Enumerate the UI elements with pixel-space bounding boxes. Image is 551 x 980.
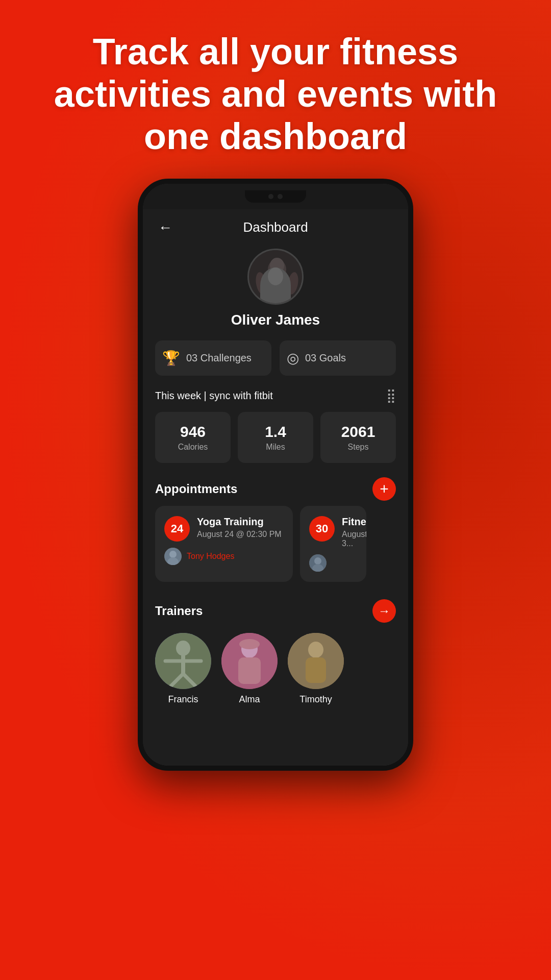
goals-icon: ◎: [287, 350, 299, 366]
svg-point-8: [169, 551, 177, 558]
francis-avatar-svg: [155, 633, 211, 689]
goals-label: 03 Goals: [305, 352, 346, 364]
appointment-info-1: Yoga Training August 24 @ 02:30 PM: [197, 516, 284, 539]
trainer-name-link-1[interactable]: Tony Hodges: [187, 552, 234, 561]
trainer-card-timothy[interactable]: Timothy: [288, 633, 344, 705]
stats-row: 🏆 03 Challenges ◎ 03 Goals: [143, 333, 408, 383]
phone-shell: ← Dashboard: [138, 179, 413, 771]
week-section: This week | sync with fitbit ⣿: [143, 383, 408, 407]
trainers-section-header: Trainers →: [143, 590, 408, 628]
trainer-avatar-bg-francis: [155, 633, 211, 689]
appointment-date-badge-2: 30: [309, 516, 335, 542]
svg-rect-28: [288, 633, 344, 689]
trophy-icon: 🏆: [162, 350, 180, 366]
appointment-trainer-1: Tony Hodges: [164, 548, 284, 565]
metrics-row: 946 Calories 1.4 Miles 2061 Steps: [143, 407, 408, 468]
miles-card: 1.4 Miles: [238, 412, 313, 463]
add-appointment-button[interactable]: +: [372, 477, 396, 501]
svg-point-11: [314, 557, 321, 565]
profile-name: Oliver James: [231, 312, 320, 328]
camera-dot: [268, 194, 273, 199]
trainer-avatar-svg-2: [309, 554, 327, 572]
appointment-time-2: August 3...: [342, 530, 366, 548]
hero-title: Track all your fitness activities and ev…: [31, 31, 520, 157]
avatar-image: [249, 250, 302, 303]
trainer-mini-avatar-2: [309, 554, 327, 572]
svg-rect-19: [155, 633, 211, 689]
calories-value: 946: [180, 423, 206, 440]
trainers-scroll: Francis: [143, 628, 408, 710]
trainer-avatar-bg-alma: [221, 633, 278, 689]
svg-rect-24: [221, 633, 278, 689]
avatar: [247, 249, 304, 305]
trainer-name-timothy: Timothy: [299, 694, 332, 705]
appointment-title-2: Fitness: [342, 516, 366, 528]
appointments-section-header: Appointments +: [143, 468, 408, 506]
avatar-svg: [249, 250, 302, 303]
appointment-card-1[interactable]: 24 Yoga Training August 24 @ 02:30 PM: [155, 506, 293, 582]
trainer-card-francis[interactable]: Francis: [155, 633, 211, 705]
trainer-mini-avatar-1: [164, 548, 182, 565]
appointment-top-2: 30 Fitness August 3...: [309, 516, 357, 548]
timothy-avatar-svg: [288, 633, 344, 689]
week-label: This week | sync with fitbit: [155, 390, 273, 402]
speaker-dot: [278, 194, 283, 199]
steps-unit: Steps: [348, 443, 369, 452]
trainer-avatar-svg-1: [164, 548, 182, 565]
screen-header: ← Dashboard: [143, 209, 408, 240]
phone-notch: [245, 190, 306, 203]
phone-screen: ← Dashboard: [143, 209, 408, 766]
appointments-title: Appointments: [155, 482, 237, 496]
screen-title: Dashboard: [243, 219, 308, 235]
miles-value: 1.4: [265, 423, 286, 440]
appointment-top-1: 24 Yoga Training August 24 @ 02:30 PM: [164, 516, 284, 542]
steps-value: 2061: [341, 423, 375, 440]
alma-avatar-svg: [221, 633, 278, 689]
calories-unit: Calories: [178, 443, 208, 452]
trainer-avatar-alma: [221, 633, 278, 689]
appointment-info-2: Fitness August 3...: [342, 516, 366, 548]
miles-unit: Miles: [266, 443, 285, 452]
challenges-label: 03 Challenges: [186, 352, 252, 364]
appointment-title-1: Yoga Training: [197, 516, 284, 528]
trainers-title: Trainers: [155, 604, 203, 618]
phone-mockup: ← Dashboard: [138, 179, 413, 771]
back-button[interactable]: ←: [158, 219, 172, 236]
trainer-name-francis: Francis: [168, 694, 198, 705]
appointment-card-2[interactable]: 30 Fitness August 3...: [300, 506, 366, 582]
trainer-card-alma[interactable]: Alma: [221, 633, 278, 705]
challenges-button[interactable]: 🏆 03 Challenges: [155, 340, 271, 376]
appointments-scroll: 24 Yoga Training August 24 @ 02:30 PM: [143, 506, 408, 590]
trainer-avatar-bg-timothy: [288, 633, 344, 689]
steps-card: 2061 Steps: [320, 412, 396, 463]
calories-card: 946 Calories: [155, 412, 231, 463]
trainer-avatar-francis: [155, 633, 211, 689]
appointment-date-badge-1: 24: [164, 516, 190, 542]
trainer-avatar-timothy: [288, 633, 344, 689]
fitbit-sync-icon[interactable]: ⣿: [386, 388, 396, 404]
goals-button[interactable]: ◎ 03 Goals: [280, 340, 396, 376]
trainer-name-alma: Alma: [239, 694, 260, 705]
appointment-trainer-2: [309, 554, 357, 572]
svg-rect-3: [264, 278, 290, 303]
trainers-arrow-button[interactable]: →: [372, 599, 396, 623]
hero-section: Track all your fitness activities and ev…: [0, 31, 551, 157]
appointment-time-1: August 24 @ 02:30 PM: [197, 530, 284, 539]
profile-section: Oliver James: [143, 240, 408, 333]
phone-top-bar: [143, 184, 408, 209]
svg-rect-6: [249, 250, 302, 303]
